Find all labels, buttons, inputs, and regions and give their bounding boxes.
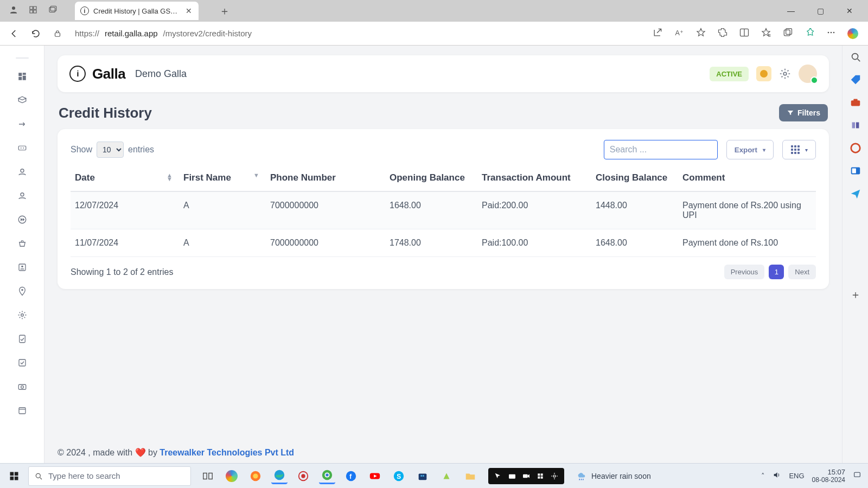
edge-games-icon[interactable] [850, 119, 861, 131]
column-visibility-button[interactable]: ▾ [782, 140, 816, 159]
site-info-icon[interactable] [50, 26, 65, 41]
favorites-list-icon[interactable] [761, 27, 771, 40]
close-tab-icon[interactable]: ✕ [184, 5, 193, 16]
filter-icon [787, 109, 794, 117]
footer-company-link[interactable]: Treewalker Technologies Pvt Ltd [159, 448, 294, 457]
pager-prev-button[interactable]: Previous [724, 265, 765, 279]
favorite-star-icon[interactable] [695, 27, 706, 40]
record-icon[interactable] [295, 468, 311, 484]
browser-tab[interactable]: i Credit History | Galla GST - Inven ✕ [75, 2, 199, 20]
profile-icon[interactable] [9, 5, 18, 17]
url-field[interactable]: https://retail.galla.app/mystorev2/credi… [72, 29, 646, 38]
pager-page-1[interactable]: 1 [769, 265, 784, 279]
col-first-name[interactable]: First Name▼ [179, 167, 266, 191]
edge-send-icon[interactable] [850, 188, 861, 200]
svg-text:A⁺: A⁺ [675, 29, 684, 37]
workspaces-icon[interactable] [28, 5, 38, 17]
edge-icon[interactable] [271, 468, 288, 484]
col-date[interactable]: Date▲▼ [71, 167, 179, 191]
cell-first-name: A [179, 229, 266, 257]
page-size-select[interactable]: 10 [97, 142, 124, 158]
svg-rect-73 [538, 476, 540, 478]
col-opening[interactable]: Opening Balance [385, 167, 477, 191]
edge-outlook-icon[interactable] [850, 165, 861, 177]
svg-rect-9 [784, 30, 790, 36]
table-row[interactable]: 11/07/2024 A 7000000000 1748.00 Paid:100… [71, 229, 816, 257]
open-external-icon[interactable] [652, 27, 663, 40]
nav-report-icon[interactable] [10, 329, 34, 349]
svg-point-13 [833, 31, 835, 33]
ms-store-icon[interactable] [414, 468, 431, 484]
recording-tray[interactable] [488, 468, 564, 484]
facebook-icon[interactable]: f [343, 468, 359, 484]
extensions-icon[interactable] [717, 27, 728, 40]
taskbar-search[interactable]: Type here to search [28, 466, 191, 486]
avatar[interactable] [799, 65, 817, 83]
col-comment[interactable]: Comment [678, 167, 816, 191]
tray-chevron-up-icon[interactable]: ˄ [761, 472, 765, 480]
credits-icon[interactable] [756, 66, 771, 81]
firefox-icon[interactable] [247, 468, 264, 484]
file-explorer-icon[interactable] [462, 468, 478, 484]
pager-next-button[interactable]: Next [788, 265, 816, 279]
weather-widget[interactable]: Heavier rain soon [576, 471, 651, 481]
col-closing[interactable]: Closing Balance [591, 167, 678, 191]
search-input[interactable] [604, 140, 718, 159]
svg-rect-47 [10, 476, 14, 480]
nav-calendar-icon[interactable] [10, 400, 34, 421]
url-path: /mystorev2/credit-history [163, 29, 252, 38]
skype-icon[interactable]: S [391, 468, 407, 484]
tray-lang[interactable]: ENG [789, 472, 804, 480]
nav-coupons-icon[interactable] [10, 138, 34, 158]
window-close-button[interactable]: ✕ [840, 3, 859, 19]
copilot-icon[interactable] [847, 28, 858, 39]
copilot-taskbar-icon[interactable] [224, 468, 240, 484]
nav-refresh-button[interactable] [28, 26, 43, 41]
table-row[interactable]: 12/07/2024 A 7000000000 1648.00 Paid:200… [71, 191, 816, 229]
edge-office-icon[interactable] [850, 142, 861, 154]
tray-notifications-icon[interactable] [853, 471, 861, 481]
col-txn[interactable]: Transaction Amount [477, 167, 591, 191]
collections-icon[interactable] [782, 27, 793, 40]
nav-location-icon[interactable] [10, 281, 34, 301]
task-view-icon[interactable] [200, 468, 216, 484]
start-button[interactable] [2, 464, 26, 489]
nav-dashboard-icon[interactable] [10, 66, 34, 87]
nav-transfer-icon[interactable] [10, 114, 34, 134]
nav-staff-icon[interactable] [10, 185, 34, 206]
edge-shopping-tag-icon[interactable] [850, 74, 861, 86]
show-label: Show [71, 145, 92, 155]
nav-products-icon[interactable] [10, 90, 34, 111]
export-button[interactable]: Export ▾ [726, 140, 774, 159]
nav-checkbox-icon[interactable] [10, 352, 34, 373]
browser-tools-icon[interactable] [804, 27, 815, 40]
tab-actions-icon[interactable] [48, 5, 58, 17]
read-aloud-icon[interactable]: A⁺ [674, 27, 685, 40]
rail-collapse-handle[interactable] [16, 57, 29, 59]
nav-customer-icon[interactable] [10, 162, 34, 182]
edge-toolbox-icon[interactable] [850, 97, 861, 108]
nav-camera-icon[interactable] [10, 376, 34, 397]
svg-point-27 [21, 314, 23, 317]
nav-back-button[interactable] [7, 26, 22, 41]
edge-add-icon[interactable]: ＋ [850, 287, 861, 302]
filters-button[interactable]: Filters [779, 104, 828, 121]
nav-basket-icon[interactable] [10, 233, 34, 254]
cell-opening: 1648.00 [385, 191, 477, 229]
tray-clock[interactable]: 15:07 08-08-2024 [812, 468, 845, 484]
header-settings-icon[interactable] [779, 68, 791, 80]
nav-contacts-icon[interactable] [10, 257, 34, 278]
edge-search-icon[interactable] [850, 51, 861, 63]
window-minimize-button[interactable]: — [781, 3, 801, 19]
nav-settings-icon[interactable] [10, 305, 34, 325]
tray-volume-icon[interactable] [773, 471, 781, 481]
more-menu-icon[interactable] [826, 27, 837, 40]
nav-fastforward-icon[interactable] [10, 209, 34, 230]
chrome-icon[interactable] [319, 468, 335, 484]
new-tab-button[interactable]: ＋ [216, 4, 233, 18]
app-misc-icon[interactable] [438, 468, 455, 484]
youtube-icon[interactable] [367, 468, 383, 484]
split-screen-icon[interactable] [739, 27, 750, 40]
window-maximize-button[interactable]: ▢ [810, 3, 830, 19]
col-phone[interactable]: Phone Number [266, 167, 385, 191]
